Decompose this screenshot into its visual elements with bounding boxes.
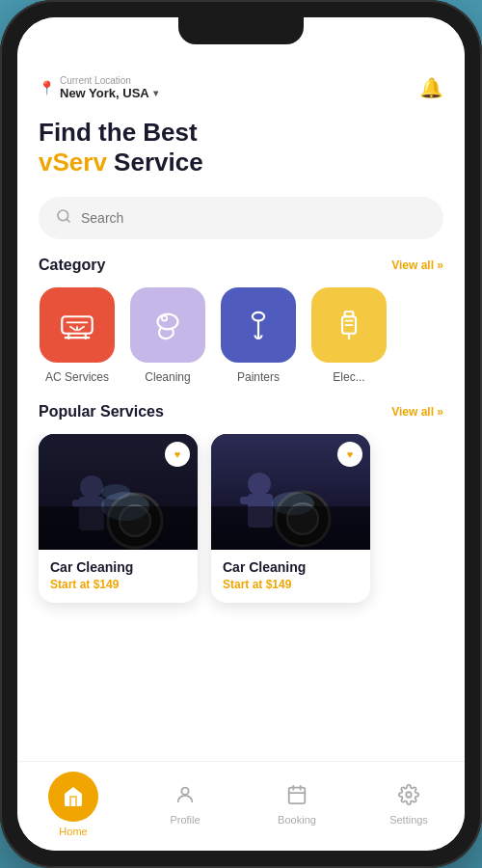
svg-point-12 (253, 312, 264, 321)
category-label-electric: Elec... (333, 370, 364, 384)
category-icon-electric (311, 287, 387, 363)
service-image-1: ♥ (39, 434, 198, 550)
service-card-2[interactable]: ♥ Car Cleaning Start at $149 (211, 434, 370, 603)
category-view-all[interactable]: View all » (391, 258, 443, 272)
category-icon-cleaning (130, 287, 205, 363)
category-item-electric[interactable]: Elec... (310, 287, 388, 384)
popular-scroll: ♥ Car Cleaning Start at $149 (17, 434, 465, 622)
hero-title: Find the Best vServ Service (39, 118, 443, 177)
screen-content: 📍 Current Location New York, USA ▾ 🔔 Fin… (17, 17, 465, 761)
service-info-1: Car Cleaning Start at $149 (39, 550, 198, 603)
location-block[interactable]: 📍 Current Location New York, USA ▾ (39, 75, 158, 100)
popular-section-header: Popular Services View all » (17, 403, 465, 434)
search-bar[interactable] (39, 197, 443, 239)
category-icon-ac (40, 287, 115, 363)
category-label-ac: AC Services (45, 370, 109, 384)
svg-rect-27 (39, 506, 198, 550)
profile-icon (174, 784, 196, 810)
nav-item-booking[interactable]: Booking (268, 784, 326, 826)
svg-rect-24 (72, 500, 84, 507)
search-icon (56, 208, 71, 228)
hero-section: Find the Best vServ Service (17, 108, 465, 191)
location-name[interactable]: New York, USA ▾ (60, 86, 158, 100)
location-label: Current Location (60, 75, 158, 86)
svg-rect-37 (289, 787, 306, 803)
svg-point-31 (248, 473, 271, 496)
search-input[interactable] (81, 210, 426, 226)
svg-line-1 (67, 219, 69, 222)
bottom-nav: Home Profile (17, 761, 465, 851)
nav-label-home: Home (59, 826, 87, 837)
svg-point-26 (101, 484, 130, 500)
category-label-cleaning: Cleaning (145, 370, 190, 384)
bell-icon[interactable]: 🔔 (419, 76, 443, 99)
service-card-1[interactable]: ♥ Car Cleaning Start at $149 (39, 434, 198, 603)
svg-point-10 (158, 314, 178, 330)
phone-screen: 📍 Current Location New York, USA ▾ 🔔 Fin… (17, 17, 465, 851)
service-price-2: Start at $149 (223, 578, 359, 591)
category-item-ac[interactable]: AC Services (39, 287, 116, 384)
category-item-painters[interactable]: Painters (220, 287, 297, 384)
category-icon-painters (221, 287, 296, 363)
category-title: Category (39, 257, 105, 274)
svg-point-22 (80, 475, 103, 499)
booking-icon (286, 784, 308, 810)
nav-item-settings[interactable]: Settings (380, 784, 438, 826)
nav-label-booking: Booking (278, 814, 316, 826)
svg-rect-33 (240, 497, 252, 504)
svg-line-9 (79, 327, 84, 331)
home-icon (48, 772, 98, 822)
nav-label-profile: Profile (170, 814, 200, 826)
notch (178, 17, 304, 44)
svg-point-11 (162, 316, 167, 321)
svg-point-41 (406, 792, 412, 798)
popular-title: Popular Services (39, 403, 164, 420)
phone-shell: 📍 Current Location New York, USA ▾ 🔔 Fin… (0, 0, 482, 868)
category-item-cleaning[interactable]: Cleaning (129, 287, 206, 384)
category-section-header: Category View all » (17, 257, 465, 287)
service-name-2: Car Cleaning (223, 559, 359, 575)
nav-label-settings: Settings (389, 814, 428, 826)
service-image-2: ♥ (211, 434, 370, 550)
svg-rect-35 (211, 506, 370, 550)
service-name-1: Car Cleaning (50, 559, 186, 575)
svg-point-36 (181, 787, 188, 794)
chevron-down-icon: ▾ (153, 88, 158, 98)
category-label-painters: Painters (237, 370, 280, 384)
location-icon: 📍 (39, 80, 55, 95)
nav-item-home[interactable]: Home (44, 772, 102, 837)
service-info-2: Car Cleaning Start at $149 (211, 550, 370, 603)
categories-scroll: AC Services Cleaning (17, 287, 465, 403)
settings-icon (398, 784, 419, 810)
svg-line-7 (70, 327, 75, 331)
popular-view-all[interactable]: View all » (391, 405, 443, 419)
nav-item-profile[interactable]: Profile (156, 784, 214, 826)
service-price-1: Start at $149 (50, 578, 186, 591)
header: 📍 Current Location New York, USA ▾ 🔔 (17, 66, 465, 108)
